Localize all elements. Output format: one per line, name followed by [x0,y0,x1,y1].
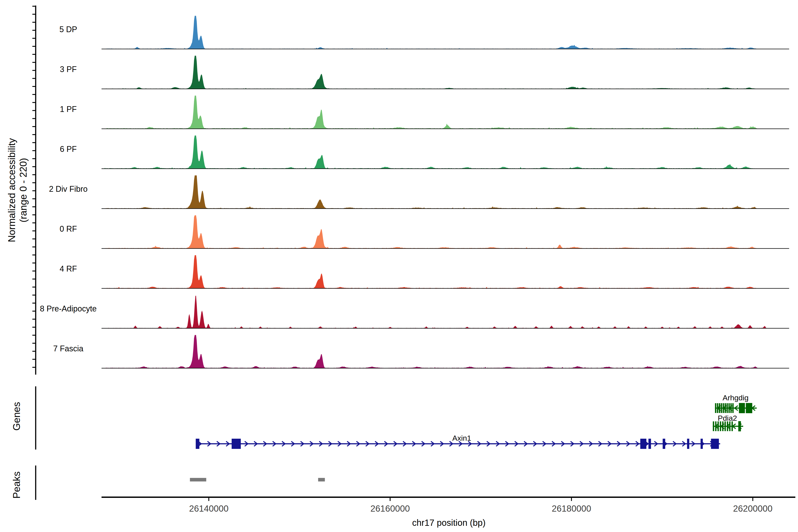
gene-exon-box [640,439,646,449]
y-axis-group [32,5,36,500]
gene-exon-bar [728,403,730,413]
track-signal-area [103,175,758,209]
gene-exon-box [196,439,199,449]
gene-exon-bar [717,403,718,413]
gene-model-pdia2: Pdia2 [713,414,743,431]
gene-exon-bar [730,403,732,413]
figure-root: 5 DP3 PF1 PF6 PF2 Div Fibro0 RF4 RF8 Pre… [0,0,798,532]
gene-exon-bar [725,403,726,413]
gene-exon-bar [715,421,717,431]
gene-exon-box [701,439,703,449]
track-signal-area [103,335,758,368]
track-label: 0 RF [60,224,77,233]
track-signal-area [103,215,758,248]
gene-exon-bar [713,421,714,431]
genes-group: ArhgdigPdia2Axin1 [196,394,757,449]
gene-label: Axin1 [452,434,471,442]
gene-exon-box [711,439,719,449]
track-label: 6 PF [60,145,77,154]
coverage-plot: 5 DP3 PF1 PF6 PF2 Div Fibro0 RF4 RF8 Pre… [0,0,798,532]
track-label: 1 PF [60,104,77,114]
gene-label: Arhgdig [723,394,748,402]
gene-exon-box [663,439,665,449]
x-axis-group: 26140000261600002618000026200000 [101,497,795,513]
track-signal-area [103,135,758,169]
track-label: 2 Div Fibro [49,185,88,193]
gene-exon-box [232,439,241,449]
gene-exon-bar [727,403,728,413]
track-signal-area [103,255,758,288]
gene-exon-bar [720,421,721,431]
gene-label: Pdia2 [718,414,737,422]
gene-exon-box [738,421,741,431]
gene-exon-bar [721,403,722,413]
x-axis-tick-label: 26180000 [552,504,591,513]
gene-exon-box [746,403,752,413]
gene-exon-bar [722,421,723,431]
peaks-group [190,478,325,481]
track-label: 7 Fascia [53,344,83,353]
tracks-group: 5 DP3 PF1 PF6 PF2 Div Fibro0 RF4 RF8 Pre… [40,16,789,368]
x-axis-tick-label: 26200000 [733,504,773,513]
gene-exon-bar [724,421,726,431]
track-signal-area [103,56,758,89]
x-axis-title: chr17 position (bp) [412,518,486,528]
x-axis-tick-label: 26140000 [189,504,229,513]
gene-model-arhgdig: Arhgdig [715,394,757,413]
gene-exon-bar [727,421,728,431]
gene-exon-bar [715,403,717,413]
genes-section-label: Genes [11,402,22,431]
track-signal-area [103,16,758,49]
track-signal-area [103,296,768,328]
y-axis-title-line2: (range 0 - 220) [18,158,28,222]
track-label: 5 DP [59,25,77,34]
x-axis-tick-label: 26160000 [370,504,410,513]
peak-region-box [318,478,325,481]
peak-region-box [190,478,206,481]
track-label: 4 RF [60,264,77,273]
track-signal-area [103,96,758,129]
track-label: 3 PF [60,65,77,74]
y-axis-title-line1: Normalized accessibility [6,138,17,242]
gene-exon-box [687,439,689,449]
track-label: 8 Pre-Adipocyte [40,304,97,313]
peaks-section-label: Peaks [11,472,22,498]
gene-model-axin1: Axin1 [196,434,720,449]
gene-exon-bar [719,403,720,413]
gene-exon-bar [732,421,733,431]
gene-exon-bar [723,403,724,413]
gene-exon-bar [733,403,734,413]
gene-exon-bar [718,421,719,431]
gene-exon-box [739,403,745,413]
gene-exon-bar [729,421,730,431]
gene-exon-box [648,439,651,449]
